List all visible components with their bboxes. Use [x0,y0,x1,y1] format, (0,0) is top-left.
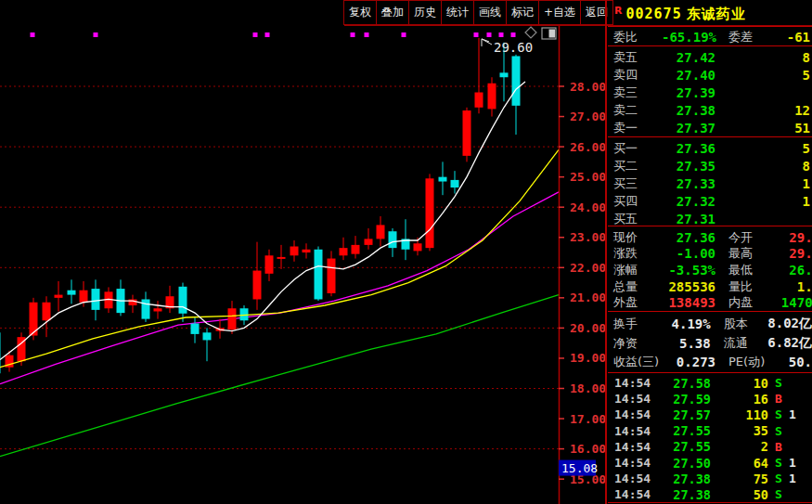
stat-label: 量比 [715,278,775,295]
candle-body [228,308,237,330]
stat-label: 外盘 [608,294,662,311]
bid-row-2[interactable]: 买二27.358 [608,157,812,174]
ask-row-1[interactable]: 卖一27.3751 [608,119,812,136]
window-icon-fill [549,30,556,38]
weibi-label: 委比 [608,29,662,45]
tick-volume: 16 [711,392,768,407]
toolbar-button-7[interactable]: +自选 [538,0,581,25]
bid-row-1[interactable]: 买一27.365 [608,139,812,157]
candle-body [414,243,422,251]
stat-label: 内盘 [715,294,775,311]
tick-volume: 50 [711,487,768,502]
bid-label: 买四 [608,193,662,210]
tick-side: S [768,456,789,470]
ask-price: 27.39 [662,85,715,100]
tick-row: 14:5427.5535S [608,423,812,439]
stat-value: -3.53% [662,263,715,278]
candle-body [191,324,200,334]
ask-row-3[interactable]: 卖三27.39 [608,84,812,101]
ask-price: 27.40 [662,68,715,83]
stat-value: 50. [775,355,812,369]
stat-value: 29.0 [775,230,812,245]
ask-price: 27.38 [662,103,715,118]
toolbar-button-1[interactable]: 复权 [343,0,377,25]
tick-extra: 1 [789,456,812,470]
tick-volume: 35 [711,423,768,438]
kline-svg[interactable]: 28.0027.0026.0025.0024.0023.0022.0021.00… [0,26,608,504]
candle-body [512,56,521,105]
tick-price: 27.57 [653,407,711,422]
axis-label: 28.00 [570,80,606,94]
toolbar-button-6[interactable]: 标记 [506,0,539,25]
app-window: 复权叠加历史统计画线标记+自选返回 R002675 东诚药业 28.0027.0… [0,0,812,504]
bid-price: 27.31 [662,212,715,226]
stat-value: 26.4 [775,263,812,278]
stat-value: 0.273 [662,355,715,369]
toolbar-button-8[interactable]: 返回 [580,0,613,25]
toolbar-button-3[interactable]: 历史 [408,0,442,25]
axis-label: 27.00 [570,110,606,123]
toolbar-button-2[interactable]: 叠加 [376,0,409,25]
stat-row: 总量285536量比1.2 [608,278,812,295]
stat-row: 现价27.36今开29.0 [608,229,812,246]
ask-price: 27.42 [662,50,715,65]
bid-row-3[interactable]: 买三27.331 [608,174,812,192]
candle-body [55,295,63,298]
toolbar-button-5[interactable]: 画线 [473,0,507,25]
kline-chart[interactable]: 28.0027.0026.0025.0024.0023.0022.0021.00… [0,26,608,504]
candle-body [43,303,51,321]
bid-row-4[interactable]: 买四27.321 [608,192,812,210]
tick-extra: 1 [789,472,812,485]
ask-row-5[interactable]: 卖五27.428 [608,48,812,66]
candle-body [426,178,434,248]
axis-label: 18.00 [570,381,606,395]
candle-body [277,257,286,259]
stat-label: 最低 [715,262,775,278]
toolbar-button-4[interactable]: 统计 [441,0,474,25]
event-mark-icon [402,32,406,37]
event-mark-icon [474,32,479,37]
ask-row-4[interactable]: 卖四27.405 [608,66,812,84]
bid-volume: 1 [715,176,812,191]
event-mark-icon [253,32,258,37]
tick-volume: 2 [711,439,768,454]
tick-time: 14:54 [608,424,653,438]
stat-label: 总量 [608,278,662,295]
stat-row: 收益(三)0.273PE(动)50. [608,353,812,372]
candle-body [439,177,447,182]
tick-side: S [768,407,789,421]
toolbar: 复权叠加历史统计画线标记+自选返回 R002675 东诚药业 [0,0,812,26]
candle-body [352,245,360,254]
candle-body [80,291,88,303]
tick-time: 14:54 [608,487,653,501]
candle-body [488,84,496,110]
candle-body [463,110,471,156]
stat-value: 285536 [662,279,715,294]
candle-body [377,225,385,239]
tick-price: 27.59 [653,392,711,407]
diamond-icon[interactable] [525,27,536,38]
ask-price: 27.37 [662,121,715,136]
axis-label: 16.00 [570,442,606,456]
ask-label: 卖三 [608,84,662,101]
tick-side: S [768,424,789,438]
tick-row: 14:5427.5916B [608,391,812,407]
ask-label: 卖四 [608,67,662,84]
ma-green [0,295,559,457]
stat-row: 涨跌-1.00最高29.0 [608,246,812,263]
high-annotation: 29.60 [494,40,533,55]
stat-label: 今开 [715,229,775,246]
tick-time: 14:54 [608,472,653,485]
event-mark-icon [94,32,98,37]
bid-row-5[interactable]: 买五27.31 [608,210,812,227]
weibi-value: -65.19% [662,30,715,45]
stat-label: 净资 [608,335,659,352]
tick-time: 14:54 [608,376,653,390]
ask-row-2[interactable]: 卖二27.3812 [608,101,812,119]
stat-label: 现价 [608,229,662,246]
stat-value: 27.36 [662,230,715,245]
weibi-row: 委比-65.19%委差-61 [608,28,812,45]
ask-label: 卖二 [608,102,662,119]
ask-volume: 5 [715,68,812,83]
bid-label: 买一 [608,140,662,157]
